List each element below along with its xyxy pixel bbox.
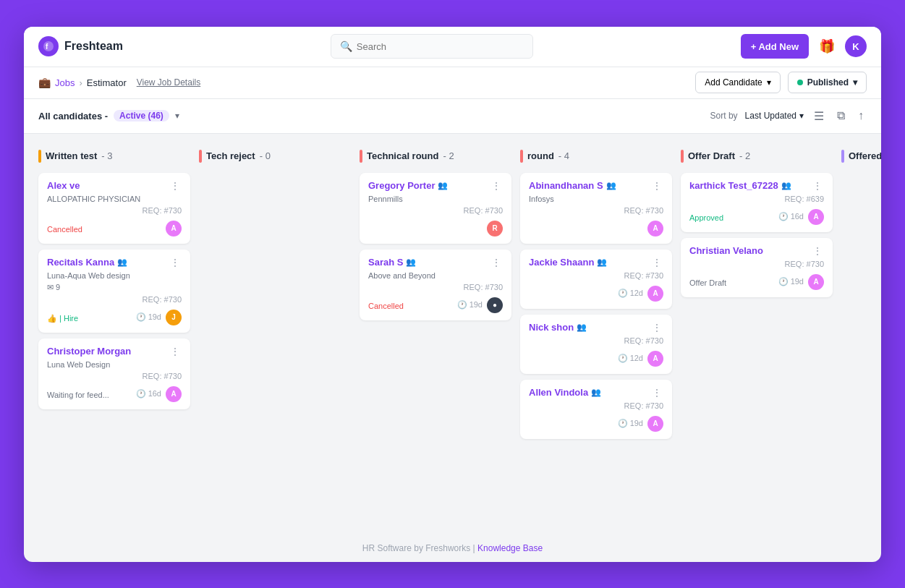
published-button[interactable]: Published ▾ — [788, 72, 867, 93]
knowledge-base-link[interactable]: Knowledge Base — [477, 543, 543, 553]
candidate-name[interactable]: Jackie Shaann 👥 — [529, 257, 607, 268]
candidate-name[interactable]: Alex ve — [47, 180, 80, 191]
time-label: 🕐 12d — [618, 289, 643, 298]
candidate-name[interactable]: Gregory Porter 👥 — [368, 180, 448, 191]
card-more-button[interactable]: ⋮ — [169, 346, 182, 357]
export-button[interactable]: ↑ — [855, 106, 867, 125]
card-top: Allen Vindola 👥 ⋮ — [529, 387, 663, 399]
avatar: A — [647, 416, 663, 432]
search-input-wrap[interactable]: 🔍 — [331, 34, 533, 59]
column-indicator — [360, 150, 362, 163]
column-count: - 3 — [101, 150, 112, 161]
card-more-button[interactable]: ⋮ — [490, 257, 503, 268]
table-row: Sarah S 👥 ⋮ Above and Beyond REQ: #730 C… — [360, 250, 511, 320]
card-more-button[interactable]: ⋮ — [169, 257, 182, 268]
column-indicator — [841, 150, 844, 163]
search-input[interactable] — [357, 41, 524, 52]
view-job-details-link[interactable]: View Job Details — [137, 77, 201, 88]
candidate-name[interactable]: Christoper Morgan — [47, 346, 131, 357]
card-top: Christian Velano ⋮ — [689, 245, 824, 257]
card-more-button[interactable]: ⋮ — [650, 180, 663, 192]
card-status: Offer Draft — [689, 278, 726, 287]
column-offer-draft: Offer Draft - 2 karthick Test_67228 👥 ⋮ … — [681, 145, 833, 523]
card-top: Christoper Morgan ⋮ — [47, 346, 182, 357]
time-label: 🕐 19d — [136, 312, 161, 322]
candidate-name[interactable]: Sarah S 👥 — [368, 257, 416, 268]
avatar: A — [166, 221, 182, 237]
candidate-name[interactable]: Nick shon 👥 — [529, 322, 587, 333]
column-count: - 4 — [558, 150, 569, 161]
card-footer-right: 🕐 12d A — [618, 351, 663, 367]
avatar: J — [166, 310, 182, 325]
card-footer: Approved 🕐 16d A — [689, 209, 824, 225]
candidate-name[interactable]: Christian Velano — [689, 245, 763, 256]
column-indicator — [38, 150, 41, 163]
add-new-button[interactable]: + Add New — [741, 34, 809, 59]
sort-field-button[interactable]: Last Updated ▾ — [745, 111, 804, 121]
card-top: Jackie Shaann 👥 ⋮ — [529, 257, 663, 268]
breadcrumb-right: Add Candidate ▾ Published ▾ — [695, 72, 867, 93]
card-footer: Waiting for feed... 🕐 16d A — [47, 386, 182, 402]
logo-area: f Freshteam — [38, 36, 123, 56]
table-row: karthick Test_67228 👥 ⋮ REQ: #639 Approv… — [681, 173, 833, 232]
published-status-dot — [797, 80, 803, 85]
column-title: Written test — [46, 150, 97, 161]
card-company: Infosys — [529, 195, 663, 203]
card-req: REQ: #730 — [689, 260, 824, 268]
card-footer: Cancelled 🕐 19d ● — [368, 297, 503, 313]
card-footer: 🕐 12d A — [529, 286, 663, 302]
add-candidate-button[interactable]: Add Candidate ▾ — [695, 72, 780, 93]
avatar: R — [487, 221, 503, 237]
card-footer: Cancelled A — [47, 221, 182, 237]
card-more-button[interactable]: ⋮ — [650, 387, 663, 399]
candidate-name[interactable]: Abinandhanan S 👥 — [529, 180, 616, 191]
candidate-name[interactable]: Recitals Kanna 👥 — [47, 257, 127, 268]
card-status-area: Cancelled — [47, 222, 82, 235]
card-status-area: Offer Draft — [689, 276, 726, 289]
card-more-button[interactable]: ⋮ — [650, 322, 663, 333]
card-req: REQ: #730 — [529, 336, 663, 345]
column-round: round - 4 Abinandhanan S 👥 ⋮ Infosys REQ… — [520, 145, 672, 523]
avatar: A — [166, 386, 182, 402]
card-footer-right: 🕐 19d A — [778, 274, 824, 290]
app-container: f Freshteam 🔍 + Add New 🎁 K 💼 Jobs — [24, 27, 881, 562]
card-status: Cancelled — [47, 225, 82, 234]
card-req: REQ: #730 — [47, 295, 182, 304]
column-count: - 2 — [739, 150, 750, 161]
card-more-button[interactable]: ⋮ — [811, 180, 824, 192]
card-status-area: 👍 | Hire — [47, 311, 78, 324]
card-top: Nick shon 👥 ⋮ — [529, 322, 663, 333]
card-status-area: Waiting for feed... — [47, 388, 109, 401]
candidates-dropdown-icon[interactable]: ▾ — [175, 111, 179, 121]
breadcrumb-jobs-link[interactable]: Jobs — [55, 77, 75, 88]
card-more-button[interactable]: ⋮ — [650, 257, 663, 268]
breadcrumb-bar: 💼 Jobs › Estimator View Job Details Add … — [24, 67, 881, 99]
header-actions: + Add New 🎁 K — [741, 34, 867, 59]
table-row: Alex ve ⋮ ALLOPATHIC PHYSICIAN REQ: #730… — [38, 173, 190, 244]
candidate-name[interactable]: karthick Test_67228 👥 — [689, 180, 791, 191]
time-label: 🕐 16d — [778, 212, 804, 221]
list-view-button[interactable]: ☰ — [811, 106, 827, 126]
filter-button[interactable]: ⧉ — [834, 106, 848, 125]
gift-icon-button[interactable]: 🎁 — [816, 35, 838, 57]
column-written-test: Written test - 3 Alex ve ⋮ ALLOPATHIC PH… — [38, 145, 190, 523]
candidate-name[interactable]: Allen Vindola 👥 — [529, 387, 601, 398]
time-label: 🕐 16d — [136, 389, 161, 399]
time-label: 🕐 19d — [457, 300, 483, 310]
column-header-technical-round: Technical round - 2 — [360, 145, 511, 167]
card-more-button[interactable]: ⋮ — [490, 180, 503, 192]
card-footer-right: 🕐 19d ● — [457, 297, 503, 313]
card-top: Alex ve ⋮ — [47, 180, 182, 192]
user-avatar[interactable]: K — [845, 35, 867, 57]
card-more-button[interactable]: ⋮ — [169, 180, 182, 192]
time-label: 🕐 12d — [618, 354, 643, 363]
logo-text: Freshteam — [64, 40, 123, 53]
card-footer-right: 🕐 19d A — [618, 416, 663, 432]
card-status-area: Approved — [689, 210, 723, 223]
breadcrumb-separator: › — [79, 77, 82, 88]
column-indicator — [199, 150, 202, 163]
team-icon: 👥 — [117, 257, 127, 267]
team-icon: 👥 — [781, 181, 791, 190]
footer: HR Software by Freshworks | Knowledge Ba… — [24, 534, 881, 562]
card-more-button[interactable]: ⋮ — [811, 245, 824, 257]
